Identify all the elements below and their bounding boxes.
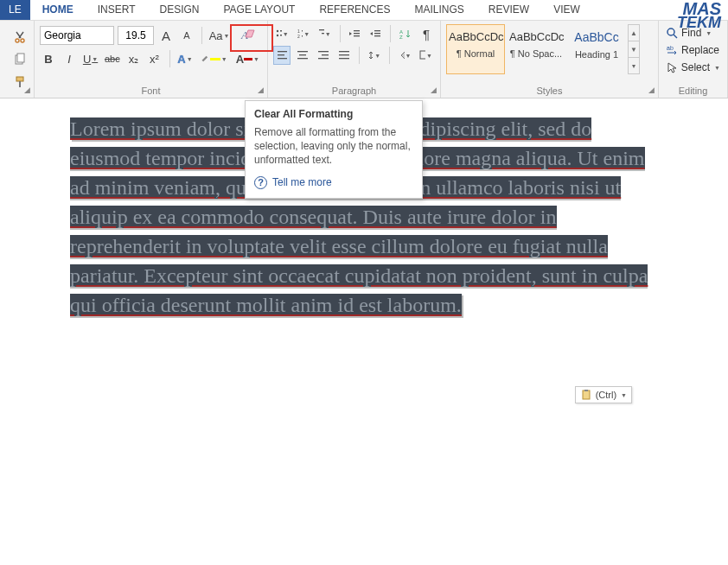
svg-rect-20 (354, 35, 360, 36)
select-button[interactable]: Select▼ (664, 59, 722, 76)
show-marks-button[interactable]: ¶ (418, 24, 435, 43)
paint-bucket-icon (399, 50, 405, 60)
tab-view[interactable]: VIEW (541, 0, 592, 20)
gallery-up-icon[interactable]: ▲ (629, 25, 639, 41)
style-normal[interactable]: AaBbCcDc ¶ Normal (446, 24, 505, 74)
tooltip-tell-me-more[interactable]: ? Tell me more (254, 176, 413, 189)
svg-rect-4 (16, 77, 23, 81)
align-center-button[interactable] (294, 46, 311, 65)
tab-file[interactable]: LE (0, 0, 30, 20)
line-spacing-button[interactable]: ▼ (366, 46, 384, 65)
svg-rect-5 (19, 81, 21, 87)
svg-rect-3 (17, 54, 24, 62)
chevron-down-icon: ▼ (621, 392, 627, 398)
underline-button[interactable]: U▼ (81, 49, 99, 68)
cut-button[interactable] (9, 28, 31, 47)
editing-group-label: Editing (664, 84, 722, 96)
find-icon (666, 27, 678, 39)
tab-design[interactable]: DESIGN (147, 0, 211, 20)
font-group-label: Font (40, 84, 262, 96)
svg-rect-27 (278, 54, 284, 55)
svg-point-9 (277, 35, 278, 36)
shading-button[interactable]: ▼ (396, 46, 414, 65)
tab-home[interactable]: HOME (30, 0, 86, 20)
tooltip-title: Clear All Formatting (254, 108, 413, 120)
strikethrough-button[interactable]: abc (103, 49, 121, 68)
help-icon: ? (254, 176, 267, 189)
decrease-indent-button[interactable] (346, 24, 363, 43)
svg-rect-32 (318, 51, 329, 52)
numbering-icon: 12 (297, 29, 303, 39)
font-size-input[interactable] (118, 26, 154, 45)
find-button[interactable]: Find▼ (664, 24, 722, 41)
font-name-input[interactable] (40, 26, 114, 45)
superscript-button[interactable]: x² (146, 49, 163, 68)
copy-button[interactable] (9, 50, 31, 69)
numbering-button[interactable]: 12▼ (295, 24, 313, 43)
svg-rect-30 (299, 54, 306, 55)
tab-page-layout[interactable]: PAGE LAYOUT (212, 0, 308, 20)
style-heading-1[interactable]: AaBbCc Heading 1 (567, 24, 626, 74)
svg-rect-19 (354, 33, 360, 34)
svg-rect-8 (280, 30, 282, 32)
svg-rect-15 (319, 29, 324, 30)
sort-button[interactable]: AZ (397, 24, 414, 43)
svg-rect-23 (374, 35, 380, 36)
increase-indent-button[interactable] (367, 24, 384, 43)
svg-rect-21 (374, 30, 380, 31)
svg-rect-29 (297, 51, 308, 52)
styles-group-label: Styles (446, 84, 653, 96)
font-dialog-launcher[interactable]: ◢ (255, 86, 265, 96)
paragraph-dialog-launcher[interactable]: ◢ (428, 86, 438, 96)
clipboard-dialog-launcher[interactable]: ◢ (22, 86, 32, 96)
multilevel-list-button[interactable]: ▼ (316, 24, 334, 43)
clipboard-group: oard ◢ (0, 21, 35, 98)
clipboard-icon (580, 389, 592, 401)
styles-gallery-more[interactable]: ▲ ▼ ▾ (628, 24, 640, 74)
subscript-button[interactable]: x₂ (125, 49, 143, 68)
svg-rect-35 (339, 51, 349, 52)
svg-rect-28 (278, 58, 287, 59)
bullets-button[interactable]: ▼ (273, 24, 291, 43)
gallery-expand-icon[interactable]: ▾ (629, 57, 639, 73)
style-no-spacing[interactable]: AaBbCcDc ¶ No Spac... (507, 24, 565, 74)
svg-point-1 (21, 39, 24, 42)
tab-references[interactable]: REFERENCES (307, 0, 402, 20)
replace-button[interactable]: ab Replace (664, 41, 722, 59)
select-arrow-icon (666, 61, 678, 73)
svg-rect-37 (339, 58, 349, 59)
svg-rect-16 (322, 33, 324, 34)
svg-text:ab: ab (667, 45, 674, 51)
highlighter-icon (200, 53, 210, 65)
ribbon: oard ◢ A A Aa▼ A B I (0, 21, 728, 98)
replace-icon: ab (666, 44, 678, 56)
justify-button[interactable] (335, 46, 353, 65)
tab-mailings[interactable]: MAILINGS (402, 0, 476, 20)
highlight-color-button[interactable]: ▼ (197, 49, 229, 68)
svg-rect-33 (322, 54, 329, 55)
tooltip-body: Remove all formatting from the selection… (254, 125, 413, 168)
svg-point-42 (667, 29, 674, 35)
clear-formatting-button[interactable]: A (233, 24, 262, 47)
shrink-font-button[interactable]: A (178, 26, 195, 45)
font-color-button[interactable]: A▼ (233, 49, 262, 68)
svg-rect-22 (374, 33, 380, 34)
paste-options-button[interactable]: (Ctrl) ▼ (575, 386, 632, 403)
tab-insert[interactable]: INSERT (86, 0, 148, 20)
grow-font-button[interactable]: A (157, 26, 175, 45)
svg-rect-34 (318, 58, 329, 59)
align-right-button[interactable] (315, 46, 332, 65)
change-case-button[interactable]: Aa▼ (208, 26, 230, 45)
bold-button[interactable]: B (40, 49, 57, 68)
styles-dialog-launcher[interactable]: ◢ (646, 86, 656, 96)
tab-review[interactable]: REVIEW (476, 0, 541, 20)
align-left-button[interactable] (273, 46, 291, 65)
borders-button[interactable]: ▼ (417, 46, 435, 65)
svg-rect-18 (354, 30, 360, 31)
svg-rect-14 (302, 35, 303, 37)
svg-text:2: 2 (297, 34, 300, 39)
styles-group: AaBbCcDc ¶ Normal AaBbCcDc ¶ No Spac... … (441, 21, 659, 98)
italic-button[interactable]: I (61, 49, 78, 68)
gallery-down-icon[interactable]: ▼ (629, 41, 639, 57)
text-effects-button[interactable]: A▼ (176, 49, 194, 68)
